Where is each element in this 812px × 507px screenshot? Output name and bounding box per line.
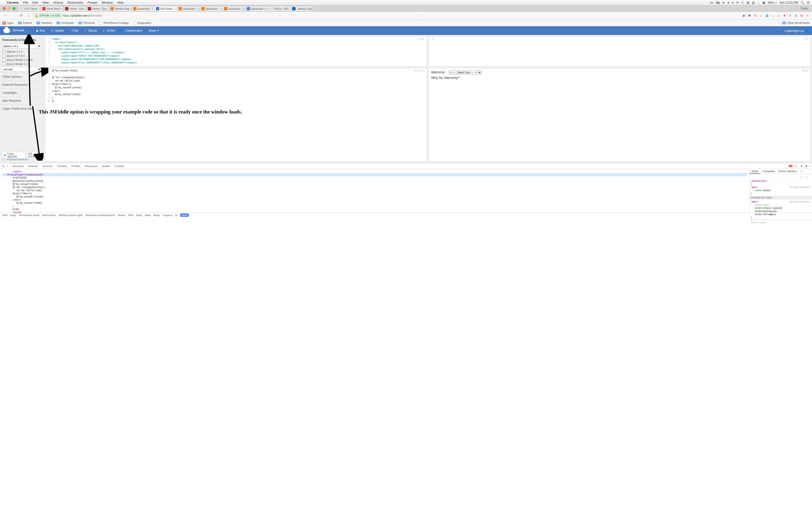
devtools-tab-profiles[interactable]: Profiles [69, 164, 83, 169]
run-button[interactable]: ▶ Run [34, 26, 48, 35]
devtools-tab-timeline[interactable]: Timeline [55, 164, 69, 169]
bookmark-folder[interactable]: Hackery [36, 21, 52, 24]
tab-close-icon[interactable]: × [220, 7, 221, 10]
share-button[interactable]: Share ▾ [146, 26, 162, 35]
tab-close-icon[interactable]: × [266, 7, 267, 10]
devtools-tab-audits[interactable]: Audits [100, 164, 112, 169]
chrome-menu-icon[interactable]: ≡ [806, 13, 810, 17]
menu-bookmarks[interactable]: Bookmarks [67, 1, 83, 4]
reload-button[interactable]: ⟳ [19, 13, 24, 18]
keyboard-shortcuts-link[interactable]: ?Keyboard shortcuts [2, 158, 28, 161]
browser-tab[interactable]: javascript -× [177, 6, 200, 11]
bookmark-folder[interactable]: Personal [78, 21, 95, 24]
styles-tab-events[interactable]: Event Listeners [777, 169, 799, 174]
address-bar[interactable]: 🔒 JSFiddle Ltd [GB] https://jsfiddle.net… [33, 13, 102, 18]
extension-adblock-icon[interactable]: ⊘ [800, 13, 804, 17]
jshint-button[interactable]: ✓ JSHint [100, 26, 118, 35]
tab-close-icon[interactable]: × [175, 7, 176, 10]
result-warranty-select[interactable]: >--------Select One--------< [449, 71, 481, 74]
browser-tab[interactable]: javascript o× [245, 6, 268, 11]
tab-close-icon[interactable]: × [243, 7, 244, 10]
bookmark-star-icon[interactable]: ☆ [420, 13, 423, 18]
devtools-device-icon[interactable]: ▯ [7, 164, 8, 168]
back-button[interactable]: ← [2, 13, 8, 18]
browser-tab[interactable]: Home - Quo× [86, 6, 109, 11]
devtools-dock-icon[interactable]: ◨ [805, 164, 807, 168]
menu-extra-icon[interactable]: ▤ [747, 1, 749, 4]
menu-help[interactable]: Help [117, 1, 124, 4]
tab-close-icon[interactable]: × [152, 7, 153, 10]
jsfiddle-logo[interactable]: JSFiddle α [3, 28, 27, 33]
forward-button[interactable]: → [11, 13, 16, 18]
extension-pocket-icon[interactable]: ⌄ [771, 13, 775, 17]
extension-evernote-icon[interactable]: ✱ [748, 13, 752, 17]
html-code[interactable]: <table> <tr class="space"> <td><label>Wa… [52, 37, 426, 64]
menu-extra-icon[interactable]: 🜲 [710, 1, 713, 4]
browser-tab[interactable]: javascript -× [222, 6, 245, 11]
bookmark-folder[interactable]: Elance [18, 21, 32, 24]
chrome-profile-button[interactable]: Travis [796, 6, 812, 11]
devtools-close-icon[interactable]: × [809, 165, 811, 168]
https-lock-badge[interactable]: 🔒 JSFiddle Ltd [GB] [33, 13, 62, 18]
devtools-tab-console[interactable]: Console [112, 164, 126, 169]
home-button[interactable]: ⌂ [27, 13, 31, 18]
extension-amazon-icon[interactable]: a [759, 13, 763, 17]
wifi-icon[interactable]: ⌵ [758, 1, 760, 4]
spotlight-icon[interactable]: 🔍 [801, 1, 804, 4]
apps-button[interactable]: Apps [2, 21, 13, 24]
menu-extra-upwork-icon[interactable]: Up [716, 1, 720, 4]
tab-close-icon[interactable]: × [39, 7, 40, 10]
browser-tab[interactable]: .ready() | jQu× [291, 6, 313, 11]
window-close-button[interactable] [3, 7, 6, 10]
html-pane[interactable]: HTML 12345678 <table> <tr class="space">… [45, 37, 427, 67]
devtools-settings-icon[interactable]: ⚙ [800, 164, 803, 168]
menu-extra-dropbox-icon[interactable]: ⇪ [742, 1, 744, 4]
browser-tab[interactable]: Home - Quo× [63, 6, 86, 11]
window-zoom-button[interactable] [12, 7, 15, 10]
twitter-follow-button[interactable]: 🐦 Follow @jsfiddle [2, 152, 26, 159]
fork-button[interactable]: ⑂ Fork [67, 26, 82, 35]
devtools-tab-resources[interactable]: Resources [83, 164, 100, 169]
menu-extra-icon[interactable]: ⎚ [732, 1, 734, 4]
styles-tab-computed[interactable]: Computed [761, 169, 777, 174]
browser-tab-active[interactable]: Edit fiddle -× [154, 6, 177, 11]
styles-toolbar-icons[interactable]: + ⟐ ☼ [800, 175, 809, 179]
app-name[interactable]: Chrome [7, 1, 18, 4]
other-bookmarks[interactable]: Other Bookmarks [782, 21, 810, 24]
extension-icon[interactable]: ☰ [794, 13, 798, 17]
bookmark-page[interactable]: RiverWood Cottage [99, 21, 129, 24]
devtools-elements-panel[interactable]: </style> ▼<script type="text/javascript"… [0, 169, 749, 213]
extension-icon[interactable]: ▦ [765, 13, 769, 17]
devtools-drawer-icon[interactable]: ≻_ [795, 164, 798, 168]
login-signup-link[interactable]: Login/Sign up 👤 [785, 29, 809, 33]
tab-close-icon[interactable]: × [197, 7, 199, 10]
tab-close-icon[interactable]: × [61, 7, 63, 10]
bookmark-folder[interactable]: Dumpster [56, 21, 74, 24]
update-button[interactable]: ✎ Update [48, 26, 67, 35]
css-pane[interactable]: CSS 1 [428, 37, 811, 67]
volume-icon[interactable]: 🔊 [752, 1, 755, 4]
menu-people[interactable]: People [88, 1, 97, 4]
browser-tab[interactable]: Review Sug× [109, 6, 132, 11]
browser-tab[interactable]: javascript -× [132, 6, 154, 11]
extension-icon[interactable]: ◉ [742, 13, 746, 17]
browser-tab[interactable]: What shoul× [41, 6, 63, 11]
clock[interactable]: Sun 12:01 PM [779, 1, 798, 4]
browser-tab[interactable]: javascript -× [200, 6, 222, 11]
extension-buffer-icon[interactable]: ☰ [754, 13, 757, 17]
extension-icon[interactable]: ¥ [788, 13, 792, 17]
error-count-badge[interactable]: 2 [789, 165, 793, 167]
menu-extra-icon[interactable]: ⟳ [737, 1, 739, 4]
battery-status[interactable]: 35% ▭ [768, 1, 777, 4]
menu-extra-icon[interactable]: ● [727, 1, 729, 4]
menu-file[interactable]: File [23, 1, 28, 4]
window-minimize-button[interactable] [8, 7, 11, 10]
tidyup-button[interactable]: ✓ TidyUp [82, 26, 100, 35]
find-in-styles[interactable]: Find in Styles [749, 220, 812, 225]
menu-history[interactable]: History [53, 1, 63, 4]
menu-window[interactable]: Window [101, 1, 113, 4]
menu-edit[interactable]: Edit [33, 1, 38, 4]
browser-tab[interactable]: LSU Tigers× [18, 6, 41, 11]
styles-tab-styles[interactable]: Styles [749, 169, 761, 174]
devtools-search-icon[interactable]: 🔍 [1, 164, 5, 168]
